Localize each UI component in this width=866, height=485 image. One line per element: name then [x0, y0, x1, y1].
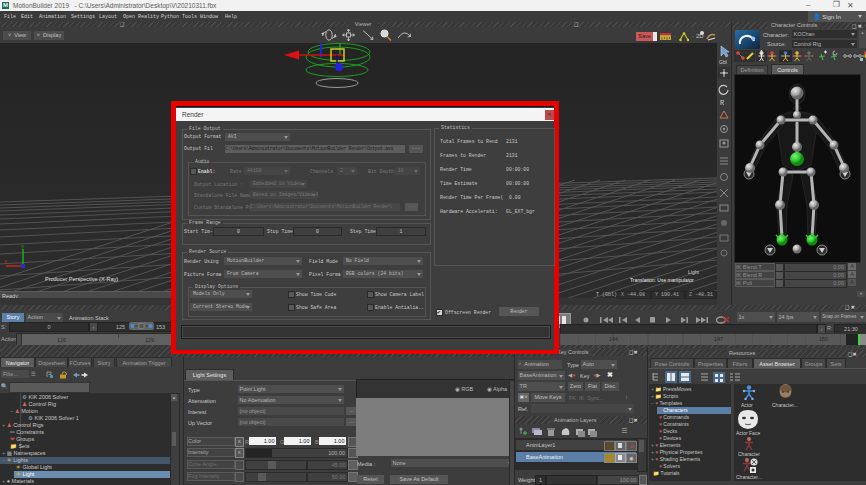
svg-text:R: R [720, 99, 725, 107]
svg-text:Gbl: Gbl [719, 59, 727, 65]
svg-text:X: X [4, 259, 8, 265]
svg-text:Y: Y [21, 245, 25, 250]
